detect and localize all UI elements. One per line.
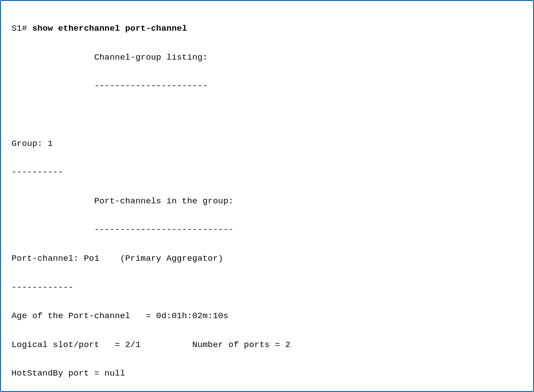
port-channel-underline: ------------ — [12, 280, 525, 295]
age-line: Age of the Port-channel = 0d:01h:02m:10s — [12, 309, 525, 323]
section-heading: Port-channels in the group: — [12, 194, 525, 208]
port-channel-line: Port-channel: Po1 (Primary Aggregator) — [12, 251, 525, 266]
cli-command: show etherchannel port-channel — [32, 24, 187, 33]
group-line: Group: 1 — [12, 137, 525, 151]
cli-prompt: S1# — [12, 24, 32, 33]
group-underline: ---------- — [12, 165, 525, 179]
logical-slot-line: Logical slot/port = 2/1 Number of ports … — [12, 338, 525, 352]
section-underline: ---------------------- — [12, 79, 525, 93]
terminal-output: S1# show etherchannel port-channel Chann… — [0, 0, 534, 392]
hotstandby-line: HotStandBy port = null — [12, 366, 525, 380]
command-line[interactable]: S1# show etherchannel port-channel — [12, 21, 525, 36]
blank-line — [12, 108, 525, 122]
section-underline: --------------------------- — [12, 222, 525, 237]
section-heading: Channel-group listing: — [12, 50, 525, 65]
